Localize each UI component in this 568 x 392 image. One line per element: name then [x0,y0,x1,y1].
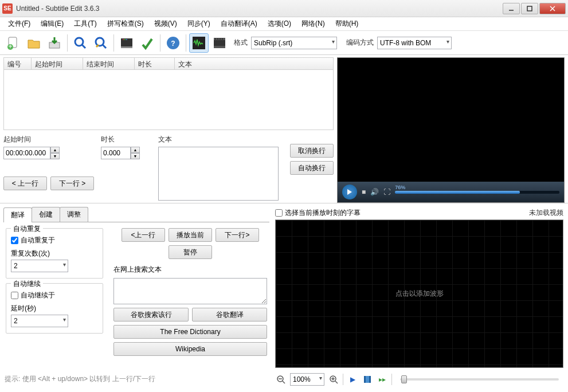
tab-adjust[interactable]: 调整 [60,207,88,222]
video-panel[interactable]: ■ 🔊 ⛶ 76% [337,57,565,203]
menu-spellcheck[interactable]: 拼写检查(S) [103,17,148,30]
autobreak-button[interactable]: 自动换行 [290,161,334,175]
search-label: 在网上搜索文本 [113,265,267,275]
tr-next-button[interactable]: 下一行> [216,228,259,242]
dur-up[interactable]: ▲ [131,147,140,153]
open-file-button[interactable] [24,33,44,53]
stop-button[interactable]: ■ [362,188,366,196]
position-slider[interactable] [400,378,559,381]
tab-translate[interactable]: 翻译 [3,207,32,222]
progress-percent: 76% [395,185,405,190]
prev-line-button[interactable]: < 上一行 [3,177,47,190]
tab-create[interactable]: 创建 [32,207,60,222]
new-file-button[interactable]: + [3,33,23,53]
menu-video[interactable]: 视频(V) [150,17,182,30]
app-icon: SE [2,3,13,14]
tr-prev-button[interactable]: <上一行 [122,228,165,242]
spellcheck-button[interactable] [138,33,157,53]
window-title: Untitled - Subtitle Edit 3.6.3 [16,5,503,13]
auto-continue-title: 自动继续 [11,279,43,289]
col-duration[interactable]: 时长 [135,58,175,69]
start-up[interactable]: ▲ [50,147,60,153]
waveform-toggle-button[interactable] [189,33,209,53]
waveform-panel[interactable]: 点击以添加波形 [275,219,563,368]
wikipedia-button[interactable]: Wikipedia [113,342,267,356]
menu-edit[interactable]: 编辑(E) [36,17,68,30]
forward-icon[interactable]: ▸▸ [377,374,388,385]
replace-button[interactable] [91,33,111,53]
start-time-spinner[interactable]: ▲▼ [3,147,94,159]
start-down[interactable]: ▼ [50,153,60,159]
dur-down[interactable]: ▼ [131,153,140,159]
minimize-button[interactable] [503,3,520,14]
duration-spinner[interactable]: ▲▼ [101,147,140,159]
google-search-button[interactable]: 谷歌搜索该行 [113,308,189,322]
video-progress[interactable]: 76% [395,189,559,195]
search-text-input[interactable] [113,278,267,304]
auto-repeat-checkbox-row[interactable]: 自动重复于 [11,236,98,245]
menu-help[interactable]: 帮助(H) [331,17,363,30]
menu-autotranslate[interactable]: 自动翻译(A) [216,17,262,30]
svg-rect-22 [214,46,225,48]
tr-play-current-button[interactable]: 播放当前 [169,228,212,242]
svg-line-33 [335,381,338,383]
auto-continue-group: 自动继续 自动继续于 延时(秒) 2 [6,283,103,334]
svg-point-24 [217,38,218,40]
menu-options[interactable]: 选项(O) [263,17,296,30]
svg-point-14 [123,39,124,40]
slider-thumb[interactable] [401,375,407,383]
delay-select[interactable]: 2 [11,315,68,327]
play-icon[interactable]: ▶ [347,374,358,385]
start-time-input[interactable] [3,147,50,159]
repeat-count-select[interactable]: 2 [11,260,68,272]
next-line-button[interactable]: 下一行 > [50,177,94,190]
col-number[interactable]: 编号 [4,58,32,69]
close-button[interactable] [539,3,566,14]
fullscreen-icon[interactable]: ⛶ [383,188,390,196]
start-time-label: 起始时间 [3,135,94,144]
film-icon[interactable] [362,374,373,385]
svg-point-23 [215,38,216,40]
repeat-count-label: 重复次数(次) [11,249,98,258]
zoom-select[interactable]: 100% [290,373,324,386]
visual-sync-button[interactable] [117,33,136,53]
save-file-button[interactable] [45,33,64,53]
tr-pause-button[interactable]: 暂停 [169,245,212,259]
encoding-select[interactable]: UTF-8 with BOM [377,37,452,49]
menu-sync[interactable]: 同步(Y) [183,17,215,30]
hint-text: 提示: 使用 <Alt + up/down> 以转到 上一行/下一行 [3,372,269,386]
menu-tools[interactable]: 工具(T) [69,17,101,30]
zoom-bar: 100% ▶ ▸▸ [275,371,563,387]
zoom-out-icon[interactable] [275,374,287,385]
maximize-button[interactable] [521,3,538,14]
col-start[interactable]: 起始时间 [32,58,83,69]
svg-point-15 [124,39,126,40]
volume-icon[interactable]: 🔊 [370,188,379,196]
subtitle-text-input[interactable] [158,147,279,201]
free-dictionary-button[interactable]: The Free Dictionary [113,325,267,339]
col-text[interactable]: 文本 [175,58,333,69]
unbreak-button[interactable]: 取消换行 [290,144,334,158]
menu-network[interactable]: 网络(N) [297,17,330,30]
duration-label: 时长 [101,135,140,144]
bottom-tabs: 翻译 创建 调整 [3,207,269,222]
video-toggle-button[interactable] [210,33,229,53]
zoom-in-icon[interactable] [328,374,339,385]
play-button[interactable] [342,185,357,199]
subtitle-grid[interactable] [3,70,334,130]
google-translate-button[interactable]: 谷歌翻译 [192,308,267,322]
titlebar: SE Untitled - Subtitle Edit 3.6.3 [0,0,568,17]
menu-file[interactable]: 文件(F) [3,17,35,30]
auto-continue-checkbox-row[interactable]: 自动继续于 [11,291,98,300]
toolbar: + ? 格式 SubRip (.srt) 编码方式 UTF-8 with BOM [0,31,568,55]
col-end[interactable]: 结束时间 [83,58,135,69]
select-current-subtitle-label: 选择当前播放时刻的字幕 [285,208,361,218]
auto-continue-checkbox[interactable] [11,292,18,299]
find-button[interactable] [70,33,90,53]
select-current-subtitle-row[interactable]: 选择当前播放时刻的字幕 [275,208,361,218]
format-select[interactable]: SubRip (.srt) [251,37,337,49]
select-current-subtitle-checkbox[interactable] [275,209,283,217]
duration-input[interactable] [101,147,131,159]
auto-repeat-checkbox[interactable] [11,237,18,244]
help-button[interactable]: ? [163,33,183,53]
